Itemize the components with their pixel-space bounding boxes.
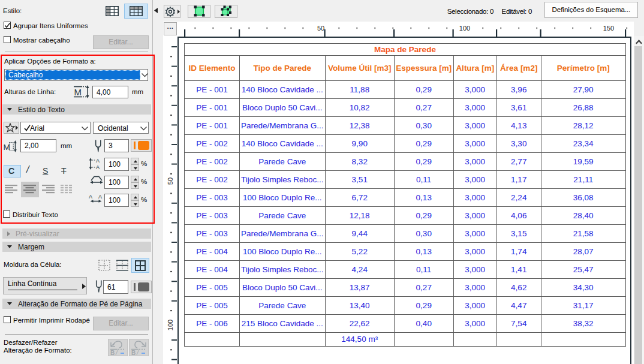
svg-text:B: B (110, 350, 115, 356)
svg-text:/: / (136, 350, 139, 356)
svg-text:/: / (115, 350, 118, 356)
svg-text:B: B (131, 350, 136, 356)
svg-text:50: 50 (317, 25, 324, 32)
svg-text:50: 50 (167, 178, 174, 185)
svg-text:150: 150 (603, 25, 614, 32)
svg-text:100: 100 (459, 25, 470, 32)
svg-text:100: 100 (167, 320, 174, 330)
